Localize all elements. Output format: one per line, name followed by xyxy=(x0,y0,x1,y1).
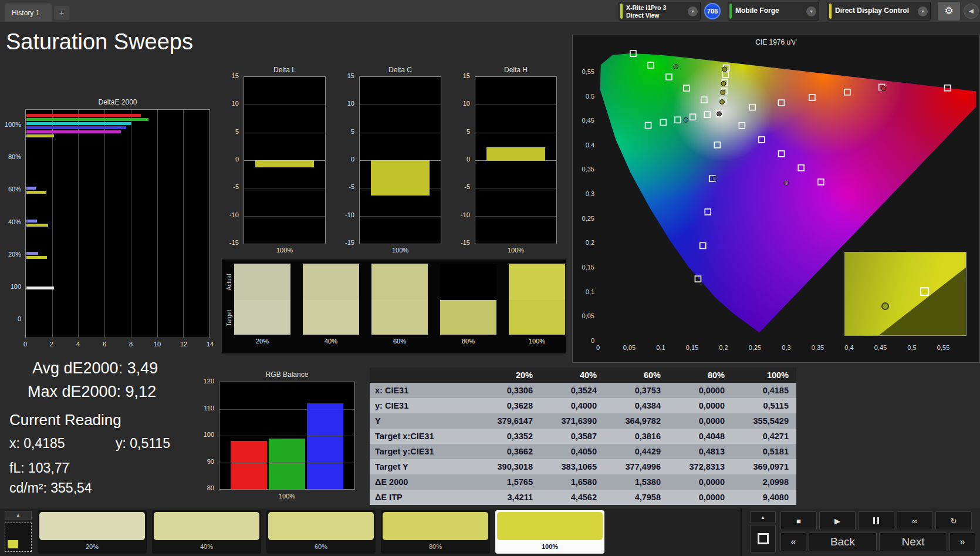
meter-dropdown[interactable]: X-Rite i1Pro 3 Direct View ▼ xyxy=(619,2,701,21)
up-arrow-icon: ▲ xyxy=(761,515,765,520)
svg-text:0,3: 0,3 xyxy=(586,190,594,197)
patch-button-60%[interactable]: 60% xyxy=(266,510,376,554)
y-tick-label: 10 xyxy=(232,100,239,107)
y-tick-label: 100% xyxy=(5,121,21,128)
table-row: Target Y390,3018383,1065377,4996372,8313… xyxy=(370,459,796,474)
gear-icon: ⚙ xyxy=(944,5,953,16)
stop-icon: ■ xyxy=(796,517,801,525)
svg-text:0,05: 0,05 xyxy=(623,344,636,351)
patch-scroll-up-button[interactable]: ▲ xyxy=(5,511,32,520)
deltae-bar xyxy=(26,287,54,289)
table-cell: 4,4562 xyxy=(540,490,604,505)
gamut-edge-shade xyxy=(845,252,966,335)
bottom-bar: ▲ 20%40%60%80%100% ▲ ■ ▶ ∞ ↻ « xyxy=(0,508,980,556)
gridline xyxy=(360,216,441,217)
gridline xyxy=(360,133,441,133)
table-row: Y379,6147371,6390364,97820,0000355,5429 xyxy=(370,413,796,429)
double-chevron-left-icon: « xyxy=(791,537,796,547)
svg-text:0,25: 0,25 xyxy=(749,344,761,351)
meter-count-badge[interactable]: 708 xyxy=(704,3,721,19)
swatch-label: 20% xyxy=(234,335,290,346)
meter-dropdown-text: X-Rite i1Pro 3 Direct View xyxy=(626,2,686,19)
deltae-bar xyxy=(26,118,148,121)
pause-button[interactable] xyxy=(858,511,894,530)
inset-target-square xyxy=(920,287,929,296)
rgb-bar-blue xyxy=(307,403,343,489)
swatch-columns: 20%40%60%80%100% xyxy=(234,264,565,346)
back-button[interactable]: Back xyxy=(809,533,877,551)
add-tab-button[interactable]: + xyxy=(54,6,69,20)
delta-bar xyxy=(486,147,545,161)
delta-c-y-axis: 151050-5-10-15 xyxy=(337,76,357,244)
table-cell: 379,6147 xyxy=(477,413,540,429)
table-cell: 0,3524 xyxy=(540,383,604,398)
settings-button[interactable]: ⚙ xyxy=(938,2,960,21)
play-button[interactable]: ▶ xyxy=(819,511,856,530)
patch-button-40%[interactable]: 40% xyxy=(152,510,261,554)
deltae-bar xyxy=(26,126,126,129)
stop-measure-button[interactable] xyxy=(750,525,776,552)
skip-back-button[interactable]: « xyxy=(780,533,806,551)
controls-up-button[interactable]: ▲ xyxy=(750,511,776,523)
y-tick-label: -15 xyxy=(461,239,470,246)
collapse-panel-button[interactable]: ◀ xyxy=(964,4,979,19)
actual-swatch xyxy=(509,264,565,300)
rgb-balance-title: RGB Balance xyxy=(219,370,355,379)
svg-text:0,35: 0,35 xyxy=(812,344,824,351)
stop-button[interactable]: ■ xyxy=(780,511,817,530)
table-cell: 0,3628 xyxy=(477,398,540,413)
display-control-dropdown[interactable]: Direct Display Control ▼ xyxy=(827,2,931,21)
custom-patch-button[interactable] xyxy=(5,523,32,552)
target-row-label: Target xyxy=(226,302,232,335)
loop-button[interactable]: ↻ xyxy=(935,511,972,530)
delta-c-x-label: 100% xyxy=(359,247,441,254)
next-button[interactable]: Next xyxy=(879,533,947,551)
svg-text:0,15: 0,15 xyxy=(686,344,698,351)
x-tick-label: 4 xyxy=(76,341,80,348)
deltae-bar xyxy=(26,134,54,137)
chevron-down-icon[interactable]: ▼ xyxy=(688,6,698,16)
table-row: ΔE 20001,57651,65801,53800,00002,0998 xyxy=(370,474,796,490)
y-tick-label: 5 xyxy=(235,128,239,135)
svg-text:0,5: 0,5 xyxy=(907,344,916,351)
delta-h-plot xyxy=(475,76,557,244)
y-tick-label: -15 xyxy=(345,239,354,246)
table-cell: 1,6580 xyxy=(540,474,604,490)
svg-text:0,4: 0,4 xyxy=(844,344,853,351)
svg-text:0,1: 0,1 xyxy=(656,344,665,351)
inset-measurement-dot xyxy=(881,302,889,310)
measurement-dot xyxy=(719,100,724,105)
delta-l-plot xyxy=(244,76,326,244)
table-cell: 0,4384 xyxy=(604,398,668,413)
x-tick-label: 10 xyxy=(154,341,161,348)
y-tick-label: 10 xyxy=(463,100,470,107)
swatch-column: 20% xyxy=(234,264,290,346)
continuous-button[interactable]: ∞ xyxy=(897,511,933,530)
gridline xyxy=(52,110,53,338)
patch-label: 60% xyxy=(268,540,374,552)
source-dropdown[interactable]: Mobile Forge ▼ xyxy=(728,2,819,21)
x-tick-label: 0 xyxy=(23,341,27,348)
cie-title: CIE 1976 u'v' xyxy=(573,38,979,46)
deltae-bar xyxy=(26,122,131,125)
y-tick-label: 0 xyxy=(467,156,470,163)
delta-h-title: Delta H xyxy=(475,66,557,74)
chevron-down-icon[interactable]: ▼ xyxy=(918,6,928,16)
patch-button-20%[interactable]: 20% xyxy=(38,510,147,554)
patch-button-80%[interactable]: 80% xyxy=(381,510,490,554)
y-tick-label: -5 xyxy=(349,183,354,190)
svg-text:0,15: 0,15 xyxy=(582,264,594,271)
y-tick-label: -10 xyxy=(345,211,354,218)
chevron-down-icon[interactable]: ▼ xyxy=(806,6,816,16)
patch-button-100%[interactable]: 100% xyxy=(495,510,604,554)
y-tick-label: 110 xyxy=(204,405,214,412)
meter-mode: Direct View xyxy=(626,12,686,19)
table-header-row: 20%40%60%80%100% xyxy=(370,368,796,383)
gridline xyxy=(183,110,184,338)
y-tick-label: 60% xyxy=(8,186,21,193)
table-cell: 0,4429 xyxy=(604,444,668,459)
table-cell: 383,1065 xyxy=(540,459,604,474)
tab-history-1[interactable]: History 1 xyxy=(5,4,52,22)
measurement-dot xyxy=(712,176,717,181)
skip-next-button[interactable]: » xyxy=(949,533,975,551)
